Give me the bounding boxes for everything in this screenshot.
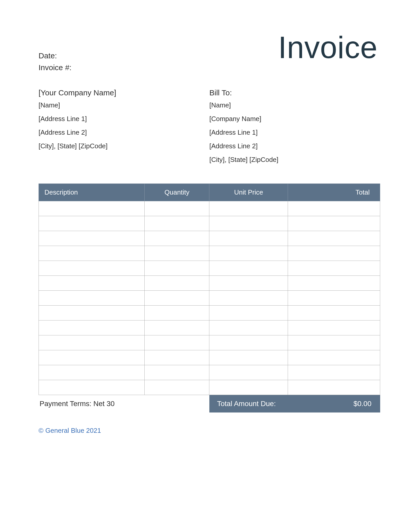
cell-total xyxy=(288,350,380,365)
table-row xyxy=(39,231,380,246)
cell-quantity xyxy=(144,306,209,320)
header-description: Description xyxy=(39,184,145,201)
cell-quantity xyxy=(144,216,209,231)
cell-unit_price xyxy=(209,365,288,380)
table-row xyxy=(39,350,380,365)
cell-unit_price xyxy=(209,380,288,395)
cell-description xyxy=(39,350,145,365)
cell-description xyxy=(39,320,145,335)
cell-total xyxy=(288,335,380,350)
table-row xyxy=(39,380,380,395)
from-address-1: [Address Line 1] xyxy=(39,115,209,123)
cell-description xyxy=(39,246,145,261)
page-title: Invoice xyxy=(278,30,378,65)
cell-description xyxy=(39,335,145,350)
total-due-bar: Total Amount Due: $0.00 xyxy=(209,395,380,412)
cell-unit_price xyxy=(209,335,288,350)
payment-terms: Payment Terms: Net 30 xyxy=(39,395,209,412)
cell-total xyxy=(288,231,380,246)
cell-quantity xyxy=(144,320,209,335)
cell-total xyxy=(288,261,380,276)
table-row xyxy=(39,216,380,231)
cell-quantity xyxy=(144,276,209,291)
parties-section: [Your Company Name] [Name] [Address Line… xyxy=(39,88,380,169)
cell-unit_price xyxy=(209,320,288,335)
cell-unit_price xyxy=(209,231,288,246)
bill-to-name: [Name] xyxy=(209,101,380,109)
cell-unit_price xyxy=(209,276,288,291)
line-items-table: Description Quantity Unit Price Total xyxy=(39,184,380,395)
invoice-number-label: Invoice #: xyxy=(39,63,71,72)
cell-total xyxy=(288,380,380,395)
bill-to-company: [Company Name] xyxy=(209,115,380,123)
footer-row: Payment Terms: Net 30 Total Amount Due: … xyxy=(39,395,380,412)
from-address-2: [Address Line 2] xyxy=(39,129,209,136)
cell-description xyxy=(39,261,145,276)
cell-total xyxy=(288,201,380,216)
header-unit-price: Unit Price xyxy=(209,184,288,201)
table-row xyxy=(39,320,380,335)
bill-to-party: Bill To: [Name] [Company Name] [Address … xyxy=(209,88,380,169)
cell-total xyxy=(288,216,380,231)
cell-unit_price xyxy=(209,261,288,276)
cell-total xyxy=(288,276,380,291)
cell-description xyxy=(39,380,145,395)
total-due-label: Total Amount Due: xyxy=(217,400,276,408)
cell-unit_price xyxy=(209,201,288,216)
cell-quantity xyxy=(144,380,209,395)
from-heading: [Your Company Name] xyxy=(39,88,209,97)
header-total: Total xyxy=(288,184,380,201)
table-row xyxy=(39,291,380,306)
cell-quantity xyxy=(144,201,209,216)
invoice-page: Invoice Date: Invoice #: [Your Company N… xyxy=(0,0,411,532)
table-row xyxy=(39,201,380,216)
table-row xyxy=(39,246,380,261)
bill-to-address-2: [Address Line 2] xyxy=(209,142,380,150)
header-quantity: Quantity xyxy=(144,184,209,201)
cell-unit_price xyxy=(209,306,288,320)
cell-quantity xyxy=(144,246,209,261)
cell-description xyxy=(39,276,145,291)
cell-unit_price xyxy=(209,350,288,365)
cell-quantity xyxy=(144,365,209,380)
cell-total xyxy=(288,246,380,261)
cell-description xyxy=(39,306,145,320)
cell-quantity xyxy=(144,231,209,246)
table-row xyxy=(39,261,380,276)
cell-description xyxy=(39,231,145,246)
table-row xyxy=(39,365,380,380)
cell-quantity xyxy=(144,261,209,276)
cell-total xyxy=(288,320,380,335)
from-city-state-zip: [City], [State] [ZipCode] xyxy=(39,142,209,150)
date-label: Date: xyxy=(39,51,57,60)
bill-to-city-state-zip: [City], [State] [ZipCode] xyxy=(209,156,380,164)
total-due-value: $0.00 xyxy=(353,400,371,408)
cell-total xyxy=(288,365,380,380)
from-name: [Name] xyxy=(39,101,209,109)
cell-description xyxy=(39,291,145,306)
table-row xyxy=(39,306,380,320)
cell-description xyxy=(39,216,145,231)
cell-unit_price xyxy=(209,291,288,306)
from-party: [Your Company Name] [Name] [Address Line… xyxy=(39,88,209,169)
cell-description xyxy=(39,201,145,216)
copyright: © General Blue 2021 xyxy=(39,427,380,435)
table-row xyxy=(39,335,380,350)
table-row xyxy=(39,276,380,291)
cell-unit_price xyxy=(209,246,288,261)
cell-quantity xyxy=(144,291,209,306)
cell-description xyxy=(39,365,145,380)
bill-to-address-1: [Address Line 1] xyxy=(209,129,380,136)
cell-total xyxy=(288,291,380,306)
cell-total xyxy=(288,306,380,320)
cell-quantity xyxy=(144,350,209,365)
bill-to-heading: Bill To: xyxy=(209,88,380,97)
table-header-row: Description Quantity Unit Price Total xyxy=(39,184,380,201)
cell-quantity xyxy=(144,335,209,350)
cell-unit_price xyxy=(209,216,288,231)
